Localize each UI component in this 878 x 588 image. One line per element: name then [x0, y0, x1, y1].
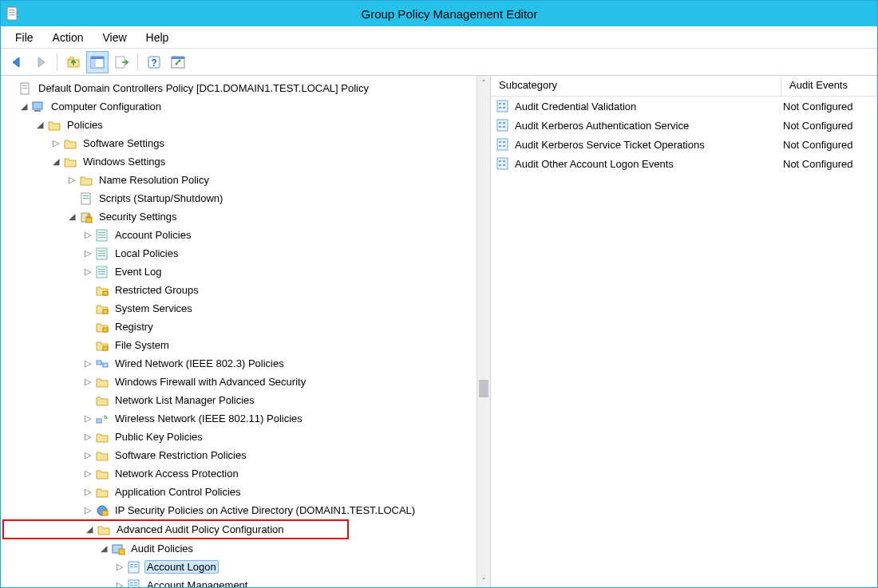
tree-wired-network[interactable]: ▷ Wired Network (IEEE 802.3) Policies [2, 354, 477, 373]
tree-label: Windows Firewall with Advanced Security [113, 375, 308, 389]
svg-rect-2 [9, 12, 15, 13]
audit-policies-icon [111, 542, 125, 556]
expander-closed-icon[interactable]: ▷ [114, 562, 125, 573]
tree-event-log[interactable]: ▷ Event Log [2, 262, 477, 281]
expander-closed-icon[interactable]: ▷ [82, 230, 93, 241]
menu-help[interactable]: Help [138, 28, 177, 47]
svg-rect-67 [503, 122, 505, 124]
tree-public-key[interactable]: ▷ Public Key Policies [2, 428, 477, 446]
expander-closed-icon[interactable]: ▷ [66, 175, 77, 186]
scroll-thumb[interactable] [479, 380, 488, 397]
help-button[interactable]: ? [143, 51, 165, 73]
expander-icon[interactable] [6, 83, 17, 94]
expander-closed-icon[interactable]: ▷ [82, 468, 93, 479]
svg-rect-39 [103, 310, 108, 314]
tree-app-control[interactable]: ▷ Application Control Policies [2, 483, 477, 501]
audit-item-icon [496, 156, 510, 171]
expander-open-icon[interactable]: ◢ [84, 524, 95, 535]
tree-label: Account Policies [113, 228, 193, 242]
options-button[interactable] [167, 51, 189, 73]
tree-ipsec[interactable]: ▷ IP Security Policies on Active Directo… [2, 501, 477, 519]
list-row[interactable]: Audit Other Account Logon Events Not Con… [491, 154, 877, 173]
tree-nap[interactable]: ▷ Network Access Protection [2, 464, 477, 483]
expander-closed-icon[interactable]: ▷ [82, 358, 93, 369]
tree-audit-policies[interactable]: ◢ Audit Policies [2, 539, 477, 558]
svg-rect-56 [130, 582, 133, 583]
tree-account-policies[interactable]: ▷ Account Policies [2, 226, 477, 244]
tree-security-settings[interactable]: ◢ Security Settings [2, 207, 477, 226]
expander-closed-icon[interactable]: ▷ [82, 377, 93, 388]
forward-button[interactable] [30, 51, 52, 73]
menu-file[interactable]: File [7, 28, 42, 47]
expander-open-icon[interactable]: ◢ [18, 101, 30, 112]
main-content: Default Domain Controllers Policy [DC1.D… [1, 76, 877, 587]
list-body[interactable]: Audit Credential Validation Not Configur… [491, 97, 877, 587]
expander-open-icon[interactable]: ◢ [50, 156, 61, 168]
expander-closed-icon[interactable]: ▷ [50, 138, 61, 149]
tree-scripts[interactable]: ▷ Scripts (Startup/Shutdown) [2, 189, 477, 207]
tree-account-logon[interactable]: ▷ Account Logon [2, 558, 477, 576]
expander-open-icon[interactable]: ◢ [34, 120, 45, 131]
expander-open-icon[interactable]: ◢ [66, 211, 77, 223]
tree-label: Restricted Groups [113, 283, 201, 297]
list-row[interactable]: Audit Credential Validation Not Configur… [491, 97, 877, 116]
expander-closed-icon[interactable]: ▷ [82, 248, 93, 259]
expander-closed-icon[interactable]: ▷ [82, 450, 93, 461]
tree-root[interactable]: Default Domain Controllers Policy [DC1.D… [2, 79, 477, 97]
expander-closed-icon[interactable]: ▷ [82, 413, 93, 424]
column-header-audit-events[interactable]: Audit Events [781, 76, 877, 96]
folder-icon [95, 375, 109, 389]
svg-rect-31 [98, 251, 105, 251]
scroll-track[interactable] [477, 89, 490, 574]
vertical-scrollbar[interactable]: ˄ ˅ [477, 76, 490, 587]
svg-rect-53 [134, 564, 137, 565]
tree-label: Software Settings [81, 136, 167, 150]
tree-local-policies[interactable]: ▷ Local Policies [2, 244, 477, 262]
tree-computer-config[interactable]: ◢ Computer Configuration [2, 97, 477, 116]
tree-label: Account Management [144, 578, 250, 587]
toolbar-separator [137, 53, 138, 71]
tree-policies[interactable]: ◢ Policies [2, 116, 477, 134]
tree-label: Public Key Policies [113, 430, 205, 444]
export-list-button[interactable] [110, 51, 132, 73]
tree-software-restriction[interactable]: ▷ Software Restriction Policies [2, 446, 477, 464]
tree-account-management[interactable]: ▷ Account Management [2, 576, 477, 587]
column-header-subcategory[interactable]: Subcategory [491, 76, 781, 96]
tree-name-resolution[interactable]: ▷ Name Resolution Policy [2, 171, 477, 189]
tree-firewall[interactable]: ▷ Windows Firewall with Advanced Securit… [2, 373, 477, 391]
svg-rect-42 [97, 361, 101, 365]
expander-closed-icon[interactable]: ▷ [82, 266, 93, 278]
tree-registry[interactable]: ▷ Registry [2, 318, 477, 336]
menubar: File Action View Help [1, 26, 877, 49]
show-hide-tree-button[interactable] [86, 51, 109, 73]
expander-closed-icon[interactable]: ▷ [82, 505, 93, 516]
expander-open-icon[interactable]: ◢ [98, 543, 109, 554]
tree-view[interactable]: Default Domain Controllers Policy [DC1.D… [1, 76, 477, 587]
up-folder-button[interactable] [62, 51, 85, 73]
tree-system-services[interactable]: ▷ System Services [2, 299, 477, 318]
tree-advanced-audit[interactable]: ◢ Advanced Audit Policy Configuration [2, 519, 349, 539]
expander-closed-icon[interactable]: ▷ [114, 580, 125, 588]
menu-view[interactable]: View [94, 28, 134, 47]
tree-network-list-manager[interactable]: ▷ Network List Manager Policies [2, 391, 477, 409]
window-titlebar: Group Policy Management Editor [1, 1, 877, 26]
tree-wireless-network[interactable]: ▷ Wireless Network (IEEE 802.11) Policie… [2, 409, 477, 428]
tree-label: Windows Settings [81, 155, 168, 168]
tree-file-system[interactable]: ▷ File System [2, 336, 477, 354]
list-row[interactable]: Audit Kerberos Service Ticket Operations… [491, 135, 877, 154]
tree-restricted-groups[interactable]: ▷ Restricted Groups [2, 281, 477, 299]
policy-list-icon [95, 247, 109, 261]
tree-software-settings[interactable]: ▷ Software Settings [2, 134, 477, 152]
menu-action[interactable]: Action [45, 28, 92, 47]
svg-rect-59 [134, 585, 137, 586]
list-row[interactable]: Audit Kerberos Authentication Service No… [491, 116, 877, 135]
svg-text:?: ? [151, 57, 156, 69]
tree-windows-settings[interactable]: ◢ Windows Settings [2, 152, 477, 171]
scroll-down-button[interactable]: ˅ [477, 574, 490, 587]
expander-closed-icon[interactable]: ▷ [82, 432, 93, 443]
scripts-icon [79, 191, 93, 206]
expander-closed-icon[interactable]: ▷ [82, 487, 93, 498]
svg-rect-37 [98, 274, 105, 274]
scroll-up-button[interactable]: ˄ [477, 76, 490, 89]
back-button[interactable] [6, 51, 28, 73]
